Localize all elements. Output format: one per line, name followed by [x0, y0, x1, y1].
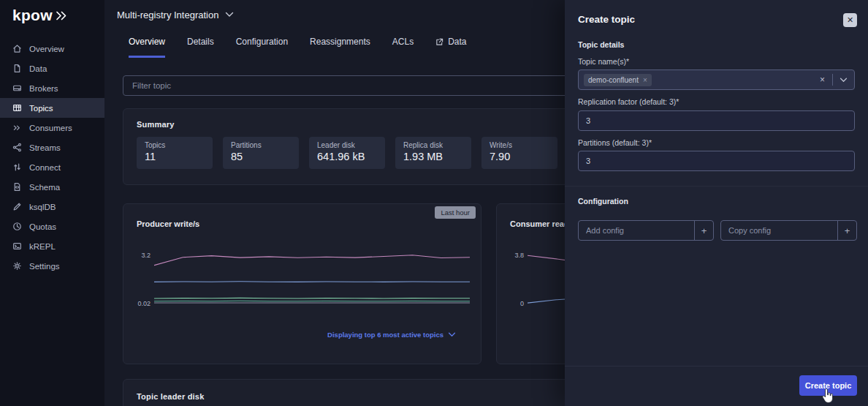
sidebar-item-label: Quotas	[29, 222, 56, 231]
sidebar-item-streams[interactable]: Streams	[0, 138, 104, 157]
sidebar-item-data[interactable]: Data	[0, 59, 104, 78]
sidebar-item-label: Brokers	[29, 84, 58, 93]
tab-label: Configuration	[236, 37, 288, 47]
sidebar-nav: Overview Data Brokers Topics Consumers S…	[0, 39, 104, 276]
y-axis-tick: 3.8	[497, 252, 524, 259]
add-config-input[interactable]	[579, 226, 694, 235]
topic-name-select[interactable]: demo-confluent × ×	[578, 69, 855, 90]
share-nodes-icon	[12, 143, 22, 152]
create-topic-panel: Create topic ✕ Topic details Topic name(…	[565, 0, 868, 406]
gauge-icon	[12, 222, 22, 231]
panel-title: Create topic	[578, 14, 635, 25]
chart-title: Producer write/s	[137, 219, 199, 228]
tab-acls[interactable]: ACLs	[392, 37, 414, 58]
sidebar-item-label: Settings	[29, 262, 60, 271]
chevron-down-icon	[448, 332, 456, 337]
topic-name-label: Topic name(s)*	[578, 57, 629, 66]
configuration-section-label: Configuration	[578, 197, 628, 206]
copy-config-field: +	[720, 220, 857, 241]
top-topics-link[interactable]: Displaying top 6 most active topics	[327, 331, 456, 339]
tab-configuration[interactable]: Configuration	[236, 37, 288, 58]
chevron-down-icon[interactable]	[833, 78, 854, 83]
server-icon	[12, 83, 22, 93]
stat-write-rate: Write/s 7.90	[481, 137, 557, 169]
sidebar-item-ksqldb[interactable]: ksqlDB	[0, 197, 104, 217]
kpow-logo-text: kpow	[12, 7, 53, 24]
sidebar-item-overview[interactable]: Overview	[0, 39, 104, 59]
stat-value: 85	[231, 151, 291, 162]
tab-overview[interactable]: Overview	[129, 37, 165, 58]
sidebar-item-topics[interactable]: Topics	[0, 98, 104, 118]
section-divider	[565, 186, 868, 187]
environment-name[interactable]: Multi-registry Integration	[117, 10, 218, 20]
double-chevron-icon	[12, 123, 22, 132]
stat-label: Topics	[145, 141, 205, 149]
gear-icon	[12, 261, 22, 271]
clear-selection-icon[interactable]: ×	[812, 75, 832, 85]
sidebar-item-label: Topics	[29, 104, 53, 113]
tab-label: Details	[187, 37, 214, 47]
y-axis-tick: 3.2	[123, 252, 151, 259]
schema-doc-icon	[12, 182, 22, 192]
sidebar-item-label: Connect	[29, 163, 61, 172]
document-icon	[12, 64, 22, 73]
tab-reassignments[interactable]: Reassignments	[310, 37, 370, 58]
copy-config-input[interactable]	[721, 226, 837, 235]
replication-factor-input[interactable]	[578, 110, 855, 131]
sidebar-item-label: Consumers	[29, 124, 72, 132]
time-window-badge: Last hour	[435, 206, 476, 219]
stat-value: 11	[145, 151, 205, 162]
sidebar-item-quotas[interactable]: Quotas	[0, 217, 104, 236]
stat-topics: Topics 11	[137, 137, 213, 169]
sidebar-item-connect[interactable]: Connect	[0, 157, 104, 177]
stat-leader-disk: Leader disk 641.96 kB	[309, 137, 385, 169]
create-topic-button[interactable]: Create topic	[799, 375, 857, 396]
sidebar-item-brokers[interactable]: Brokers	[0, 78, 104, 98]
terminal-icon	[12, 241, 22, 251]
add-config-plus-button[interactable]: +	[694, 221, 713, 240]
close-panel-button[interactable]: ✕	[843, 13, 857, 27]
stat-value: 641.96 kB	[317, 151, 377, 162]
partitions-input[interactable]	[578, 151, 855, 171]
stat-value: 1.93 MB	[403, 151, 463, 162]
tag-label: demo-confluent	[588, 76, 639, 84]
kpow-logo: kpow	[0, 0, 104, 33]
tab-details[interactable]: Details	[187, 37, 214, 58]
sidebar-item-label: Streams	[29, 143, 61, 152]
replication-factor-label: Replication factor (default: 3)*	[578, 97, 679, 106]
stat-label: Replica disk	[403, 141, 463, 149]
sidebar: kpow Overview Data Brokers Topics Consum…	[0, 0, 104, 406]
y-axis-tick: 0	[497, 300, 524, 307]
external-link-icon	[435, 38, 443, 46]
sidebar-item-label: ksqlDB	[29, 203, 56, 211]
sidebar-item-label: Data	[29, 64, 47, 73]
kpow-app: { "app": { "logo": "kpow" }, "header": {…	[0, 0, 868, 406]
tag-remove-icon[interactable]: ×	[643, 76, 647, 84]
tab-label: Overview	[129, 37, 165, 47]
tab-label: Reassignments	[310, 37, 370, 47]
sidebar-item-krepl[interactable]: kREPL	[0, 236, 104, 256]
sidebar-item-settings[interactable]: Settings	[0, 256, 104, 276]
producer-write-card: Producer write/s Last hour 3.2 0.02 Disp…	[123, 203, 481, 364]
stat-label: Leader disk	[317, 141, 377, 149]
tab-label: ACLs	[392, 37, 414, 47]
stat-value: 7.90	[490, 151, 549, 162]
stat-label: Write/s	[490, 141, 549, 149]
chevron-down-icon[interactable]	[225, 12, 234, 18]
top-topics-label: Displaying top 6 most active topics	[327, 331, 443, 339]
sidebar-item-label: Overview	[29, 45, 64, 53]
topic-details-section-label: Topic details	[578, 40, 624, 49]
stat-label: Partitions	[231, 141, 291, 149]
stat-partitions: Partitions 85	[223, 137, 299, 169]
y-axis-tick: 0.02	[123, 300, 151, 307]
sidebar-item-consumers[interactable]: Consumers	[0, 118, 104, 138]
sidebar-item-label: Schema	[29, 183, 60, 192]
tab-data[interactable]: Data	[435, 37, 466, 58]
add-config-field: +	[578, 220, 714, 241]
sidebar-item-schema[interactable]: Schema	[0, 177, 104, 197]
copy-config-plus-button[interactable]: +	[837, 221, 856, 240]
table-icon	[12, 103, 22, 113]
home-icon	[12, 44, 22, 53]
close-icon: ✕	[847, 15, 853, 25]
stat-replica-disk: Replica disk 1.93 MB	[395, 137, 471, 169]
